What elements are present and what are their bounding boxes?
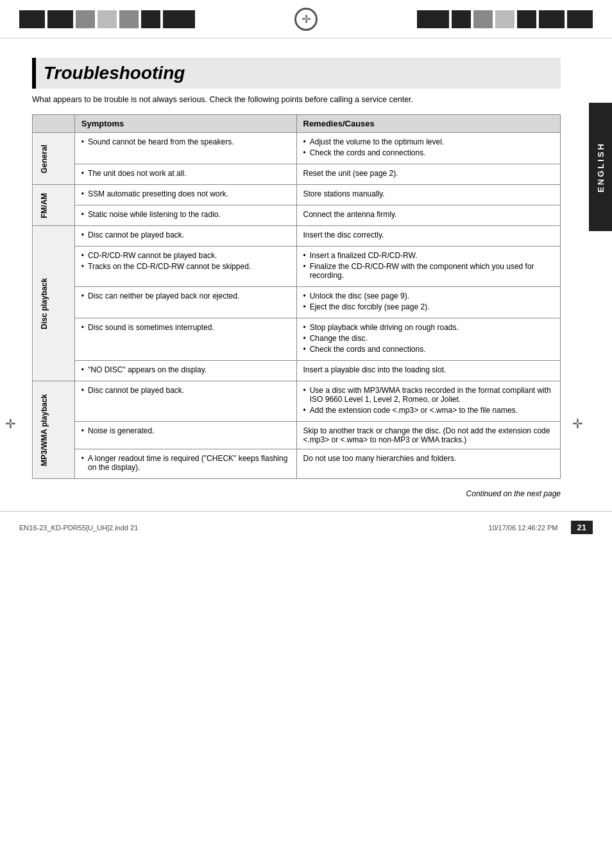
main-content: ENGLISH ✛ ✛ Troubleshooting What appears… bbox=[0, 39, 612, 511]
symptom-mp3-3: A longer readout time is required ("CHEC… bbox=[74, 449, 296, 479]
top-bar-left-blocks bbox=[19, 10, 195, 28]
remedy-disc-5: Insert a playable disc into the loading … bbox=[296, 361, 561, 381]
bar-block-3 bbox=[76, 10, 95, 28]
table-row: "NO DISC" appears on the display. Insert… bbox=[33, 361, 561, 381]
bullet-item: Noise is generated. bbox=[81, 426, 290, 435]
remedy-mp3-3: Do not use too many hierarchies and fold… bbox=[296, 449, 561, 479]
english-label: ENGLISH bbox=[596, 142, 606, 193]
bar-block-6 bbox=[141, 10, 160, 28]
table-row: Noise is generated. Skip to another trac… bbox=[33, 422, 561, 449]
bar-block-r2 bbox=[452, 10, 471, 28]
table-row: CD-R/CD-RW cannot be played back. Tracks… bbox=[33, 247, 561, 287]
bar-block-r4 bbox=[495, 10, 514, 28]
symptom-general-2: The unit does not work at all. bbox=[74, 164, 296, 185]
bullet-item: Change the disc. bbox=[303, 334, 554, 343]
symptom-general-1: Sound cannot be heard from the speakers. bbox=[74, 133, 296, 164]
page-title: Troubleshooting bbox=[32, 58, 561, 89]
top-bar: ✛ bbox=[0, 0, 612, 39]
bar-block-4 bbox=[98, 10, 117, 28]
symptom-disc-5: "NO DISC" appears on the display. bbox=[74, 361, 296, 381]
bullet-item: Eject the disc forcibly (see page 2). bbox=[303, 302, 554, 311]
bullet-item: Adjust the volume to the optimum level. bbox=[303, 137, 554, 146]
symptom-disc-2: CD-R/CD-RW cannot be played back. Tracks… bbox=[74, 247, 296, 287]
bullet-item: Disc cannot be played back. bbox=[81, 386, 290, 395]
table-row: Disc can neither be played back nor ejec… bbox=[33, 287, 561, 318]
bar-block-1 bbox=[19, 10, 45, 28]
bullet-item: Static noise while listening to the radi… bbox=[81, 210, 290, 219]
bar-block-5 bbox=[119, 10, 139, 28]
remedy-general-1: Adjust the volume to the optimum level. … bbox=[296, 133, 561, 164]
bottom-bar: EN16-23_KD-PDR55[U_UH]2.indd 21 10/17/06… bbox=[0, 511, 612, 543]
bar-block-7 bbox=[163, 10, 195, 28]
symptom-disc-4: Disc sound is sometimes interrupted. bbox=[74, 318, 296, 361]
table-row: Disc sound is sometimes interrupted. Sto… bbox=[33, 318, 561, 361]
remedy-fmam-2: Connect the antenna firmly. bbox=[296, 205, 561, 226]
col-header-empty bbox=[33, 115, 75, 133]
table-row: MP3/WMA playback Disc cannot be played b… bbox=[33, 381, 561, 422]
bullet-item: Tracks on the CD-R/CD-RW cannot be skipp… bbox=[81, 262, 290, 271]
col-header-symptoms: Symptoms bbox=[74, 115, 296, 133]
bullet-item: Use a disc with MP3/WMA tracks recorded … bbox=[303, 386, 554, 404]
bar-block-r1 bbox=[417, 10, 449, 28]
footer-date: 10/17/06 12:46:22 PM bbox=[488, 524, 557, 532]
category-mp3-wma: MP3/WMA playback bbox=[33, 381, 75, 479]
bullet-item: Insert a finalized CD-R/CD-RW. bbox=[303, 251, 554, 260]
remedy-disc-4: Stop playback while driving on rough roa… bbox=[296, 318, 561, 361]
bar-block-r6 bbox=[539, 10, 565, 28]
bullet-item: Unlock the disc (see page 9). bbox=[303, 291, 554, 300]
bullet-item: Check the cords and connections. bbox=[303, 345, 554, 354]
bullet-item: Stop playback while driving on rough roa… bbox=[303, 323, 554, 332]
bullet-item: Sound cannot be heard from the speakers. bbox=[81, 137, 290, 146]
table-row: A longer readout time is required ("CHEC… bbox=[33, 449, 561, 479]
symptom-disc-3: Disc can neither be played back nor ejec… bbox=[74, 287, 296, 318]
right-compass-icon: ✛ bbox=[572, 416, 583, 431]
troubleshoot-table: Symptoms Remedies/Causes General Sound c… bbox=[32, 114, 561, 479]
bullet-item: A longer readout time is required ("CHEC… bbox=[81, 454, 290, 472]
bullet-item: Check the cords and connections. bbox=[303, 148, 554, 157]
col-header-remedies: Remedies/Causes bbox=[296, 115, 561, 133]
bar-block-r5 bbox=[517, 10, 536, 28]
bullet-item: Disc cannot be played back. bbox=[81, 230, 290, 239]
top-bar-right-blocks bbox=[417, 10, 593, 28]
symptom-disc-1: Disc cannot be played back. bbox=[74, 226, 296, 247]
continued-text: Continued on the next page bbox=[32, 489, 561, 498]
remedy-mp3-2: Skip to another track or change the disc… bbox=[296, 422, 561, 449]
bullet-item: Disc sound is sometimes interrupted. bbox=[81, 323, 290, 332]
bullet-item: Disc can neither be played back nor ejec… bbox=[81, 291, 290, 300]
remedy-mp3-1: Use a disc with MP3/WMA tracks recorded … bbox=[296, 381, 561, 422]
symptom-fmam-1: SSM automatic presetting does not work. bbox=[74, 185, 296, 205]
bar-block-r7 bbox=[567, 10, 593, 28]
remedy-disc-3: Unlock the disc (see page 9). Eject the … bbox=[296, 287, 561, 318]
bullet-item: "NO DISC" appears on the display. bbox=[81, 365, 290, 374]
symptom-mp3-1: Disc cannot be played back. bbox=[74, 381, 296, 422]
page-number: 21 bbox=[571, 521, 593, 534]
remedy-general-2: Reset the unit (see page 2). bbox=[296, 164, 561, 185]
english-sidebar: ENGLISH bbox=[589, 103, 612, 231]
remedy-fmam-1: Store stations manually. bbox=[296, 185, 561, 205]
remedy-disc-2: Insert a finalized CD-R/CD-RW. Finalize … bbox=[296, 247, 561, 287]
bullet-item: CD-R/CD-RW cannot be played back. bbox=[81, 251, 290, 260]
bar-block-r3 bbox=[473, 10, 493, 28]
bar-block-2 bbox=[47, 10, 73, 28]
bullet-item: SSM automatic presetting does not work. bbox=[81, 189, 290, 198]
table-row: The unit does not work at all. Reset the… bbox=[33, 164, 561, 185]
symptom-fmam-2: Static noise while listening to the radi… bbox=[74, 205, 296, 226]
bullet-item: Finalize the CD-R/CD-RW with the compone… bbox=[303, 262, 554, 280]
category-fmam: FM/AM bbox=[33, 185, 75, 226]
footer-file: EN16-23_KD-PDR55[U_UH]2.indd 21 bbox=[19, 524, 138, 532]
symptom-mp3-2: Noise is generated. bbox=[74, 422, 296, 449]
table-row: General Sound cannot be heard from the s… bbox=[33, 133, 561, 164]
bullet-item: Add the extension code <.mp3> or <.wma> … bbox=[303, 406, 554, 415]
category-disc-playback: Disc playback bbox=[33, 226, 75, 381]
bullet-item: The unit does not work at all. bbox=[81, 169, 290, 178]
remedy-disc-1: Insert the disc correctly. bbox=[296, 226, 561, 247]
center-compass-icon: ✛ bbox=[294, 8, 318, 31]
left-compass-icon: ✛ bbox=[5, 416, 16, 431]
category-general: General bbox=[33, 133, 75, 185]
table-row: Static noise while listening to the radi… bbox=[33, 205, 561, 226]
intro-text: What appears to be trouble is not always… bbox=[32, 95, 561, 104]
table-row: FM/AM SSM automatic presetting does not … bbox=[33, 185, 561, 205]
table-row: Disc playback Disc cannot be played back… bbox=[33, 226, 561, 247]
